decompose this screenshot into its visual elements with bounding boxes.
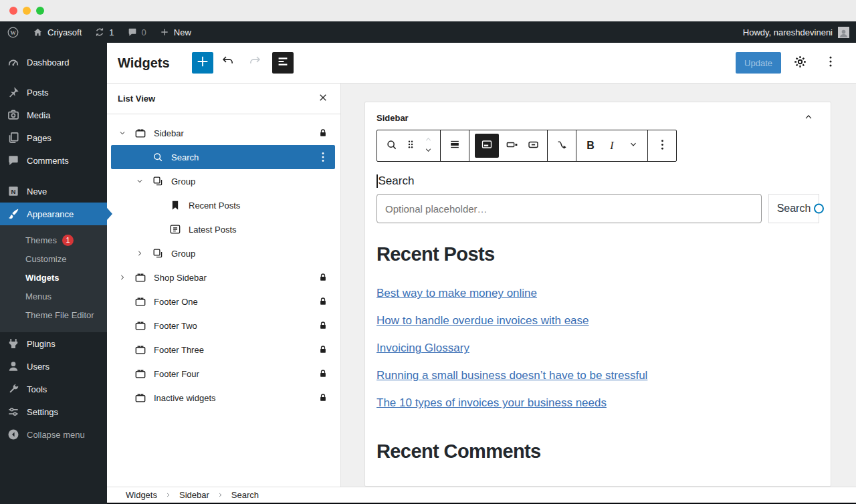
expander-spacer: [118, 321, 127, 330]
submenu-item-theme-file-editor[interactable]: Theme File Editor: [0, 305, 107, 324]
breadcrumb-item-search[interactable]: Search: [231, 490, 259, 500]
sidebar-item-label: Settings: [27, 407, 58, 417]
recent-post-link[interactable]: Best way to make money online: [377, 287, 537, 300]
appearance-icon: [7, 207, 20, 221]
search-submit-button[interactable]: Search: [768, 194, 819, 223]
submenu-item-themes[interactable]: Themes1: [0, 231, 107, 249]
submenu-item-label: Theme File Editor: [25, 310, 94, 320]
sidebar-item-comments[interactable]: Comments: [0, 149, 107, 172]
recent-post-link[interactable]: The 10 types of invoices your business n…: [377, 396, 607, 410]
recent-post-link[interactable]: Running a small business doesn’t have to…: [377, 369, 647, 382]
redo-button[interactable]: [243, 51, 267, 75]
drag-handle[interactable]: [402, 130, 419, 161]
search-button-label: Search: [777, 203, 811, 215]
sidebar-item-pages[interactable]: Pages: [0, 126, 107, 149]
recent-post-link[interactable]: How to handle overdue invoices with ease: [377, 314, 589, 328]
collapse-icon: [7, 428, 20, 441]
collapse-widget-area-button[interactable]: [800, 110, 817, 126]
row-options-ellipsis-button[interactable]: [316, 150, 330, 164]
list-view-row-footer-two[interactable]: Footer Two: [111, 313, 335, 338]
list-view-toggle-button[interactable]: [272, 52, 294, 74]
chevron-down-icon[interactable]: [118, 128, 127, 138]
minimize-window-button[interactable]: [23, 7, 31, 15]
sidebar-item-label: Tools: [27, 384, 47, 394]
avatar[interactable]: [838, 27, 849, 38]
wordpress-logo-icon[interactable]: W: [7, 26, 19, 39]
site-name-menu[interactable]: Criyasoft: [32, 27, 82, 38]
search-placeholder-input[interactable]: [377, 194, 762, 223]
list-view-row-latest-posts[interactable]: Latest Posts: [111, 217, 335, 241]
more-formatting-button[interactable]: [623, 130, 644, 161]
list-view-row-label: Search: [171, 152, 199, 162]
sidebar-item-label: Dashboard: [27, 57, 70, 68]
chevron-right-icon[interactable]: [135, 249, 144, 258]
undo-button[interactable]: [216, 51, 240, 75]
recent-posts-heading: Recent Posts: [377, 243, 819, 265]
italic-button[interactable]: I: [601, 130, 623, 161]
comments-menu[interactable]: 0: [127, 27, 146, 37]
sidebar-item-settings[interactable]: Settings: [0, 400, 107, 423]
sidebar-item-appearance[interactable]: Appearance: [0, 203, 107, 225]
sidebar-item-media[interactable]: Media: [0, 104, 107, 126]
list-view-row-recent-posts[interactable]: Recent Posts: [111, 193, 335, 217]
button-outside-option-button[interactable]: [501, 130, 522, 161]
bold-button[interactable]: B: [580, 130, 601, 161]
sidebar-item-label: Plugins: [27, 339, 56, 349]
sidebar-item-users[interactable]: Users: [0, 355, 107, 378]
use-button-with-icon-button[interactable]: [551, 130, 572, 161]
zoom-window-button[interactable]: [36, 7, 44, 15]
chevron-right-icon[interactable]: [118, 273, 127, 282]
list-view-row-inactive-widgets[interactable]: Inactive widgets: [111, 386, 335, 410]
wp-admin-bar: W Criyasoft 1 0 New Howdy, nareshdevinen…: [0, 21, 856, 43]
breadcrumb-item-sidebar[interactable]: Sidebar: [179, 490, 209, 500]
new-content-menu[interactable]: New: [159, 27, 191, 37]
settings-gear-button[interactable]: [788, 51, 812, 75]
search-icon: [151, 150, 165, 164]
close-window-button[interactable]: [9, 7, 17, 15]
widget-area-icon: [134, 391, 147, 404]
list-view-row-footer-one[interactable]: Footer One: [111, 289, 335, 313]
posts-icon: [7, 86, 20, 99]
block-mover[interactable]: [419, 134, 437, 158]
toggle-search-label-button[interactable]: [444, 130, 465, 161]
list-view-row-sidebar[interactable]: Sidebar: [111, 121, 335, 145]
lock-icon: [318, 392, 328, 403]
site-name: Criyasoft: [47, 27, 82, 37]
block-options-ellipsis-button[interactable]: [651, 130, 673, 161]
breadcrumb: WidgetsSidebarSearch: [107, 487, 856, 503]
howdy-account-menu[interactable]: Howdy, nareshdevineni: [743, 27, 833, 37]
sidebar-item-neve[interactable]: NNeve: [0, 180, 107, 203]
list-view-row-group[interactable]: Group: [111, 241, 335, 265]
submenu-item-customize[interactable]: Customize: [0, 249, 107, 268]
list-view-row-footer-three[interactable]: Footer Three: [111, 338, 335, 362]
resize-handle[interactable]: [814, 204, 824, 214]
update-count-badge: 1: [62, 235, 74, 246]
submenu-item-menus[interactable]: Menus: [0, 287, 107, 305]
users-icon: [7, 360, 20, 373]
chevron-down-icon[interactable]: [135, 176, 144, 186]
sidebar-item-collapse-menu[interactable]: Collapse menu: [0, 423, 107, 446]
recent-post-link[interactable]: Invoicing Glossary: [377, 342, 469, 355]
close-list-view-button[interactable]: [315, 91, 331, 107]
sidebar-item-posts[interactable]: Posts: [0, 81, 107, 104]
submenu-item-widgets[interactable]: Widgets: [0, 268, 107, 287]
list-view-row-footer-four[interactable]: Footer Four: [111, 362, 335, 386]
sidebar-item-tools[interactable]: Tools: [0, 378, 107, 400]
button-inside-option-button[interactable]: [475, 134, 499, 158]
list-view-row-group[interactable]: Group: [111, 169, 335, 193]
options-ellipsis-button[interactable]: [819, 51, 843, 75]
no-button-option-button[interactable]: [522, 130, 544, 161]
search-block-type-button[interactable]: [381, 130, 402, 161]
expander-spacer: [152, 201, 162, 210]
update-button[interactable]: Update: [736, 52, 781, 74]
list-view-row-search[interactable]: Search: [111, 145, 335, 169]
lock-icon: [318, 344, 328, 355]
sidebar-item-dashboard[interactable]: Dashboard: [0, 51, 107, 74]
list-view-row-shop-sidebar[interactable]: Shop Sidebar: [111, 265, 335, 289]
sidebar-item-plugins[interactable]: Plugins: [0, 332, 107, 355]
block-inserter-button[interactable]: [192, 52, 213, 74]
breadcrumb-item-widgets[interactable]: Widgets: [126, 490, 157, 500]
search-block-label[interactable]: Search: [379, 174, 415, 188]
updates-menu[interactable]: 1: [94, 27, 114, 37]
expander-spacer: [152, 225, 162, 234]
